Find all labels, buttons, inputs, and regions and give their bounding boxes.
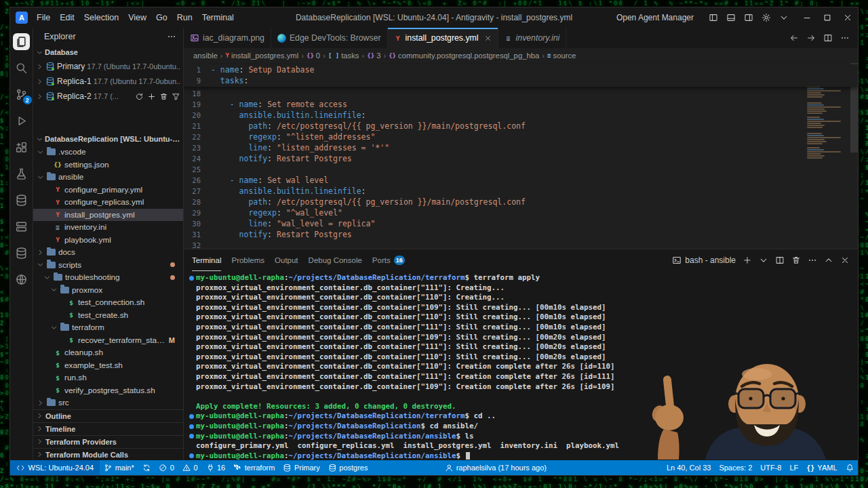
section-terraform-module-calls[interactable]: Terraform Module Calls <box>33 448 183 461</box>
code-line-18[interactable]: 18 <box>184 88 858 99</box>
status-sync-changes[interactable] <box>138 460 155 475</box>
code-line-19[interactable]: 19 - name: Set remote access <box>184 99 858 110</box>
code-editor[interactable]: 1- name: Setup Database9 tasks: 1819 - n… <box>184 63 858 249</box>
panel-tab-ports[interactable]: Ports16 <box>372 249 405 271</box>
terminal[interactable]: my-ubuntu@dell-rapha:~/projects/Database… <box>184 271 858 460</box>
gear-button[interactable] <box>762 13 771 22</box>
add-terminal-button[interactable] <box>743 256 752 265</box>
activity-remote-explorer[interactable] <box>12 216 32 237</box>
status-warnings[interactable]: 0 <box>178 460 202 475</box>
tree-item-run-sh[interactable]: $run.sh <box>33 371 183 384</box>
chevron-down-terminal-button[interactable] <box>759 256 768 265</box>
tab-edge-devtools-browser[interactable]: Edge DevTools: Browser <box>271 28 388 48</box>
database-server-replica-2[interactable]: Replica-217.7 (... <box>33 89 183 104</box>
status-notifications[interactable] <box>842 460 859 475</box>
tab-inventory-ini[interactable]: ≡inventory.ini <box>498 28 567 48</box>
tree-item-test-create-sh[interactable]: $test_create.sh <box>33 309 183 322</box>
close-terminal-button[interactable] <box>840 256 850 265</box>
tree-item-verify-postgres-status-sh[interactable]: $verify_postgres_status.sh <box>33 384 183 397</box>
layout-secondary-button[interactable] <box>744 13 753 22</box>
tree-item-inventory-ini[interactable]: ≡inventory.ini <box>33 221 183 234</box>
close-tab-button[interactable] <box>484 35 492 42</box>
database-server-replica-1[interactable]: Replica-117.7 (Ubuntu 17.7-0ubun... <box>33 74 183 89</box>
breadcrumb-community-postgresql-postgresql-pg-hba[interactable]: {}community.postgresql.postgresql_pg_hba <box>389 52 539 60</box>
more-terminal-button[interactable] <box>808 256 817 265</box>
section-outline[interactable]: Outline <box>33 409 183 422</box>
code-line-20[interactable]: 20 ansible.builtin.lineinfile: <box>184 110 858 121</box>
code-line-21[interactable]: 21 path: /etc/postgresql/{{ pg_version }… <box>184 121 858 131</box>
menu-go[interactable]: Go <box>151 7 172 28</box>
split-terminal-button[interactable] <box>775 256 785 265</box>
code-line-31[interactable]: 31 notify: Restart Postgres <box>184 229 858 240</box>
tree-item-install-postgres-yml[interactable]: Yinstall_postgres.yml <box>33 209 183 222</box>
code-line-27[interactable]: 27 ansible.builtin.lineinfile: <box>184 186 858 197</box>
trash-terminal-button[interactable] <box>791 256 801 265</box>
tree-item-proxmox[interactable]: proxmox <box>33 284 183 297</box>
activity-edge-devtools[interactable] <box>12 268 32 290</box>
menu-selection[interactable]: Selection <box>79 7 123 28</box>
code-line-9[interactable]: 9 tasks: <box>184 75 858 86</box>
code-line-23[interactable]: 23 line: "listen_addresses = '*'" <box>184 142 858 153</box>
code-line-26[interactable]: 26 - name: Set wal level <box>184 175 858 186</box>
section-timeline[interactable]: Timeline <box>33 422 183 435</box>
breadcrumb-ansible[interactable]: ansible <box>193 52 218 60</box>
command-decoration-icon[interactable] <box>189 414 194 419</box>
section-terraform-providers[interactable]: Terraform Providers <box>33 435 183 448</box>
tree-item-scripts[interactable]: scripts <box>33 259 183 272</box>
active-terminal[interactable]: bash - ansible <box>672 256 736 265</box>
layout-sidebar-button[interactable] <box>709 13 718 22</box>
minimize-button[interactable] <box>797 7 817 28</box>
panel-tab-terminal[interactable]: Terminal <box>192 249 221 271</box>
tree-item-cleanup-sh[interactable]: $cleanup.sh <box>33 346 183 359</box>
arrow-left-button[interactable] <box>789 33 799 43</box>
status-encoding[interactable]: UTF-8 <box>756 460 785 475</box>
code-line-28[interactable]: 28 path: /etc/postgresql/{{ pg_version }… <box>184 197 858 207</box>
status-git-branch[interactable]: main* <box>100 460 138 475</box>
database-server-primary[interactable]: Primary17.7 (Ubuntu 17.7-0ubuntu... <box>33 59 183 74</box>
breadcrumb-0[interactable]: {}0 <box>307 52 320 60</box>
tree-item-test-connection-sh[interactable]: $test_connection.sh <box>33 296 183 309</box>
tree-item-settings-json[interactable]: {}settings.json <box>33 159 183 171</box>
tree-item-recover-terraform-state-sh[interactable]: $recover_terraform_state.shM <box>33 334 183 347</box>
code-line-22[interactable]: 22 regexp: "^listen_addresses" <box>184 131 858 142</box>
tab-install-postgres-yml[interactable]: Yinstall_postgres.yml <box>388 28 498 48</box>
code-line-30[interactable]: 30 line: "wal_level = replica" <box>184 218 858 229</box>
tab-iac-diagram-png[interactable]: iac_diagram.png <box>184 28 271 48</box>
refresh-button[interactable] <box>135 92 144 101</box>
menu-view[interactable]: View <box>123 7 151 28</box>
panel-tab-output[interactable]: Output <box>275 249 298 271</box>
tree-item-example-test-sh[interactable]: $example_test.sh <box>33 359 183 372</box>
activity-explorer[interactable] <box>12 30 32 52</box>
code-line-32[interactable]: 32 <box>184 240 858 249</box>
add-button[interactable] <box>147 92 156 101</box>
arrow-right-button[interactable] <box>806 33 816 43</box>
status-eol[interactable]: LF <box>785 460 802 475</box>
chevron-up-terminal-button[interactable] <box>824 256 833 265</box>
layout-panel-button[interactable] <box>726 13 736 22</box>
open-agent-manager-button[interactable]: Open Agent Manager <box>610 13 701 22</box>
sidebar-more-button[interactable] <box>167 32 176 41</box>
tree-item-vscode[interactable]: .vscode <box>33 146 183 159</box>
activity-postgres-explorer[interactable] <box>12 242 32 264</box>
activity-database[interactable] <box>12 189 32 211</box>
code-line-29[interactable]: 29 regexp: "^wal_level" <box>184 207 858 218</box>
maximize-button[interactable] <box>817 7 837 28</box>
code-line-24[interactable]: 24 notify: Restart Postgres <box>184 153 858 164</box>
status-forwarded-ports[interactable]: 16 <box>202 460 230 475</box>
status-db-connection-primary[interactable]: Primary <box>279 460 323 475</box>
status-errors[interactable]: 0 <box>155 460 178 475</box>
activity-search[interactable] <box>12 57 32 79</box>
breadcrumb-install-postgres-yml[interactable]: Yinstall_postgres.yml <box>226 52 299 60</box>
activity-extensions[interactable] <box>12 136 32 158</box>
command-decoration-icon[interactable] <box>189 453 194 458</box>
breadcrumb-source[interactable]: ≡source <box>547 52 576 60</box>
panel-tab-debug-console[interactable]: Debug Console <box>309 249 362 271</box>
status-cursor-position[interactable]: Ln 40, Col 33 <box>663 460 715 475</box>
menu-file[interactable]: File <box>32 7 55 28</box>
tree-item-configure-primary-yml[interactable]: Yconfigure_primary.yml <box>33 184 183 197</box>
panel-tab-problems[interactable]: Problems <box>231 249 264 271</box>
remote-indicator[interactable]: WSL: Ubuntu-24.04 <box>10 460 100 475</box>
tree-item-configure-replicas-yml[interactable]: Yconfigure_replicas.yml <box>33 196 183 209</box>
section-project[interactable]: DatabaseReplication [WSL: Ubuntu-24.04] <box>33 132 183 146</box>
chevron-down-button[interactable] <box>779 13 789 22</box>
